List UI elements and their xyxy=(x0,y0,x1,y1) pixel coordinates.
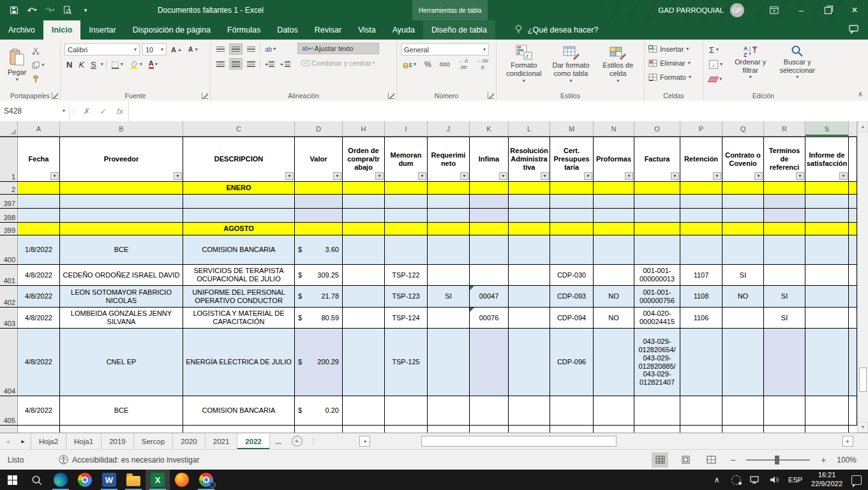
close-button[interactable]: × xyxy=(841,0,868,20)
cell-I403[interactable]: TSP-124 xyxy=(385,308,428,328)
cell-B397[interactable] xyxy=(60,195,183,208)
format-as-table-button[interactable]: Dar formato como tabla▾ xyxy=(548,42,595,88)
page-break-view-icon[interactable] xyxy=(703,452,719,468)
cell-L399[interactable] xyxy=(509,223,550,235)
row-header-405[interactable]: 405 xyxy=(0,396,18,425)
increase-indent-icon[interactable]: ▸ xyxy=(279,58,292,70)
cell-I405[interactable] xyxy=(385,396,428,425)
cell-J400[interactable] xyxy=(428,235,470,264)
font-family-select[interactable]: Calibri▾ xyxy=(64,43,140,56)
column-header-Q[interactable]: Q xyxy=(722,121,764,136)
cell-A405[interactable]: 4/8/2022 xyxy=(18,396,60,425)
cell-C401[interactable]: SERVICIOS DE TERAPISTA OCUPACIONAL DE JU… xyxy=(183,265,295,285)
tab-ayuda[interactable]: Ayuda xyxy=(384,20,423,40)
column-header-M[interactable]: M xyxy=(550,121,594,136)
cell-M398[interactable] xyxy=(550,209,594,222)
cell-P2[interactable] xyxy=(680,182,722,194)
row-header-397[interactable]: 397 xyxy=(0,195,18,208)
cell-Q404[interactable] xyxy=(722,329,764,396)
cell-M399[interactable] xyxy=(550,223,594,235)
sheet-tab-2021[interactable]: 2021 xyxy=(206,433,238,449)
borders-button[interactable]: ▾ xyxy=(109,59,125,70)
column-header-L[interactable]: L xyxy=(509,121,550,136)
tab-f-rmulas[interactable]: Fórmulas xyxy=(219,20,269,40)
font-dialog-launcher[interactable] xyxy=(202,93,208,99)
row-header-402[interactable]: 402 xyxy=(0,286,18,307)
row-header-[interactable] xyxy=(0,426,18,433)
tab-archivo[interactable]: Archivo xyxy=(0,20,43,40)
cell-K403[interactable]: 00076 xyxy=(470,308,509,328)
cell-O405[interactable] xyxy=(634,396,680,425)
header-cell-P[interactable]: Retención▼ xyxy=(680,137,722,181)
cell-K405[interactable] xyxy=(470,396,509,425)
cell-B402[interactable]: LEON SOTOMAYOR FABRICIO NICOLAS xyxy=(60,286,183,307)
language-indicator[interactable]: ESP xyxy=(788,476,802,484)
new-sheet-button[interactable]: + xyxy=(292,436,303,447)
number-format-select[interactable]: General▾ xyxy=(401,43,489,56)
filter-button-H[interactable]: ▼ xyxy=(375,172,384,180)
paste-button[interactable]: Pegar ▾ xyxy=(4,42,30,88)
cell-H399[interactable] xyxy=(343,223,385,235)
zoom-slider[interactable] xyxy=(746,459,810,461)
cell-D405[interactable]: $0.20 xyxy=(295,396,343,425)
cell-R2[interactable] xyxy=(764,182,805,194)
cell-A401[interactable]: 4/8/2022 xyxy=(18,265,60,285)
filter-button-B[interactable]: ▼ xyxy=(174,172,182,180)
cancel-icon[interactable]: ✗ xyxy=(79,101,95,121)
cell-K2[interactable] xyxy=(470,182,509,194)
cell-K397[interactable] xyxy=(470,195,509,208)
cell-D399[interactable] xyxy=(295,223,343,235)
cell-Q403[interactable] xyxy=(722,308,764,328)
cell-D404[interactable]: $200.29 xyxy=(295,329,343,396)
align-center-icon[interactable] xyxy=(229,58,243,70)
underline-dropdown-icon[interactable]: ▾ xyxy=(101,62,103,67)
column-header-R[interactable]: R xyxy=(764,121,805,136)
filter-button-O[interactable]: ▼ xyxy=(671,172,679,180)
cell-I402[interactable]: TSP-123 xyxy=(385,286,428,307)
undo-icon[interactable]: ↶▾ xyxy=(27,5,37,15)
column-header-A[interactable]: A xyxy=(18,121,60,136)
cell-M404[interactable]: CDP-096 xyxy=(550,329,594,396)
column-header-K[interactable]: K xyxy=(470,121,509,136)
sheet-tab-2022[interactable]: 2022 xyxy=(237,433,270,449)
cell-S398[interactable] xyxy=(805,209,849,222)
column-header-D[interactable]: D xyxy=(295,121,343,136)
volume-icon[interactable] xyxy=(769,475,779,485)
cell-R404[interactable] xyxy=(764,329,805,396)
cell-Q400[interactable] xyxy=(722,235,764,264)
cell-C404[interactable]: ENERGÍA ELÉCTRICA DE JULIO xyxy=(183,329,295,396)
column-header-C[interactable]: C xyxy=(183,121,295,136)
filter-button-D[interactable]: ▼ xyxy=(333,172,341,180)
print-preview-icon[interactable] xyxy=(63,5,73,15)
row-header-401[interactable]: 401 xyxy=(0,265,18,285)
column-header-P[interactable]: P xyxy=(680,121,722,136)
taskbar-edge-button[interactable] xyxy=(49,470,73,490)
filter-button-C[interactable]: ▼ xyxy=(285,172,294,180)
vertical-scrollbar[interactable]: ▲ ▼ xyxy=(857,121,868,433)
cell-C402[interactable]: UNIFORME DEL PERSONAL OPERATIVO CONDUCTO… xyxy=(183,286,295,307)
cell-N399[interactable] xyxy=(594,223,634,235)
start-button[interactable] xyxy=(0,470,24,490)
cell-H397[interactable] xyxy=(343,195,385,208)
cell-C399[interactable]: AGOSTO xyxy=(183,223,295,235)
cell-R398[interactable] xyxy=(764,209,805,222)
zoom-in-icon[interactable]: + xyxy=(819,455,828,465)
delete-cells-button[interactable]: Eliminar▾ xyxy=(648,56,700,70)
cell-I399[interactable] xyxy=(385,223,428,235)
filter-button-S[interactable]: ▼ xyxy=(839,172,848,180)
cell-S401[interactable] xyxy=(805,265,849,285)
cell-B405[interactable]: BCE xyxy=(60,396,183,425)
sheet-tab-hoja1[interactable]: Hoja1 xyxy=(66,433,101,449)
cell-B401[interactable]: CEDEÑO ORDOÑEZ ISRAEL DAVID xyxy=(60,265,183,285)
header-cell-N[interactable]: Proformas▼ xyxy=(594,137,634,181)
cell-S2[interactable] xyxy=(805,182,849,194)
cell-D400[interactable]: $3.60 xyxy=(295,235,343,264)
cell-D397[interactable] xyxy=(295,195,343,208)
tab-vista[interactable]: Vista xyxy=(350,20,384,40)
page-layout-view-icon[interactable] xyxy=(677,452,694,468)
italic-button[interactable]: K xyxy=(77,59,86,70)
cell-O2[interactable] xyxy=(634,182,680,194)
cell-Q397[interactable] xyxy=(722,195,764,208)
format-painter-button[interactable] xyxy=(30,73,46,85)
cell-S400[interactable] xyxy=(805,235,849,264)
